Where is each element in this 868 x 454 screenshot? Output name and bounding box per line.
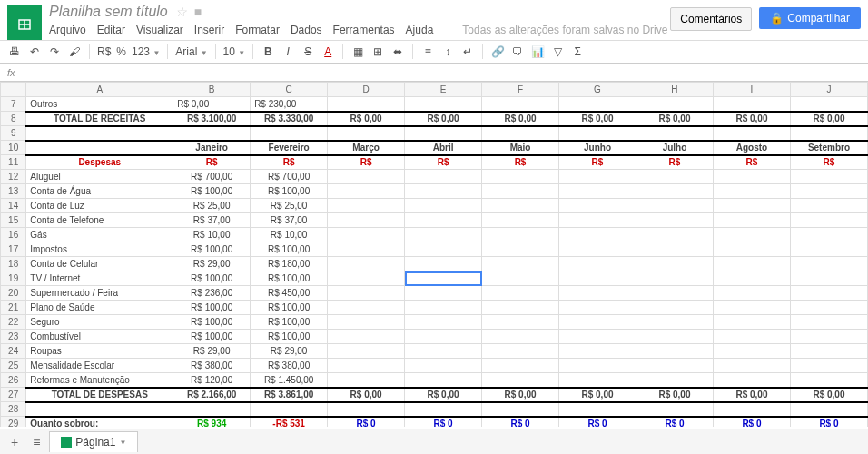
cell[interactable] bbox=[713, 242, 790, 257]
add-sheet-button[interactable]: + bbox=[5, 433, 24, 451]
cell[interactable] bbox=[328, 286, 405, 301]
cell[interactable]: Fevereiro bbox=[251, 141, 328, 155]
cell[interactable] bbox=[328, 271, 405, 286]
cell[interactable] bbox=[713, 359, 790, 373]
cell[interactable]: R$ 1.450,00 bbox=[251, 373, 328, 388]
cell[interactable]: R$ 100,00 bbox=[173, 315, 251, 330]
cell[interactable]: Supermercado / Feira bbox=[26, 286, 173, 301]
cell[interactable] bbox=[482, 373, 559, 388]
cell[interactable]: Julho bbox=[636, 141, 713, 155]
cell[interactable]: Despesas bbox=[26, 155, 173, 170]
cell[interactable] bbox=[405, 301, 482, 315]
col-header[interactable]: C bbox=[251, 83, 328, 97]
cell[interactable]: R$ 100,00 bbox=[251, 330, 328, 344]
cell[interactable] bbox=[559, 199, 636, 213]
cell[interactable] bbox=[636, 402, 713, 417]
row-header[interactable]: 21 bbox=[1, 301, 26, 315]
cell[interactable]: Conta de Telefone bbox=[26, 213, 173, 228]
cell[interactable] bbox=[559, 330, 636, 344]
menu-ferramentas[interactable]: Ferramentas bbox=[333, 24, 395, 36]
cell[interactable]: R$ 3.100,00 bbox=[173, 112, 251, 126]
cell[interactable] bbox=[405, 257, 482, 271]
menu-visualizar[interactable]: Visualizar bbox=[136, 24, 183, 36]
cell[interactable] bbox=[636, 257, 713, 271]
cell[interactable] bbox=[713, 257, 790, 271]
cell[interactable] bbox=[636, 330, 713, 344]
cell[interactable] bbox=[713, 213, 790, 228]
cell[interactable] bbox=[713, 344, 790, 359]
cell[interactable]: Junho bbox=[559, 141, 636, 155]
cell[interactable]: R$ 0,00 bbox=[405, 112, 482, 126]
cell[interactable] bbox=[790, 170, 867, 184]
cell[interactable] bbox=[790, 126, 867, 141]
cell[interactable]: R$ 100,00 bbox=[173, 330, 251, 344]
col-header[interactable]: I bbox=[713, 83, 790, 97]
row-header[interactable]: 15 bbox=[1, 213, 26, 228]
cell[interactable]: R$ 0,00 bbox=[636, 388, 713, 402]
cell[interactable]: R$ 0,00 bbox=[173, 97, 251, 112]
col-header[interactable]: B bbox=[173, 83, 251, 97]
col-header[interactable]: E bbox=[405, 83, 482, 97]
cell[interactable]: R$ 380,00 bbox=[251, 359, 328, 373]
cell[interactable]: TOTAL DE DESPESAS bbox=[26, 388, 173, 402]
text-color-icon[interactable]: A bbox=[321, 45, 335, 58]
cell[interactable] bbox=[636, 286, 713, 301]
filter-icon[interactable]: ▽ bbox=[550, 45, 565, 58]
row-header[interactable]: 23 bbox=[1, 330, 26, 344]
cell[interactable] bbox=[790, 242, 867, 257]
cell[interactable] bbox=[405, 184, 482, 199]
col-header[interactable]: G bbox=[559, 83, 636, 97]
doc-title[interactable]: Planilha sem título bbox=[49, 4, 168, 20]
cell[interactable] bbox=[790, 228, 867, 242]
cell[interactable] bbox=[405, 344, 482, 359]
cell[interactable] bbox=[636, 242, 713, 257]
formula-input[interactable] bbox=[23, 67, 861, 78]
cell[interactable] bbox=[559, 97, 636, 112]
cell[interactable] bbox=[482, 402, 559, 417]
cell[interactable] bbox=[713, 286, 790, 301]
cell[interactable] bbox=[790, 359, 867, 373]
row-header[interactable]: 10 bbox=[1, 141, 26, 155]
cell[interactable]: TOTAL DE RECEITAS bbox=[26, 112, 173, 126]
cell[interactable] bbox=[559, 373, 636, 388]
cell[interactable]: R$ 230,00 bbox=[251, 97, 328, 112]
cell[interactable]: R$ 0,00 bbox=[482, 388, 559, 402]
cell[interactable]: Janeiro bbox=[173, 141, 251, 155]
merge-icon[interactable]: ⬌ bbox=[390, 45, 405, 58]
cell[interactable]: R$ 0,00 bbox=[790, 388, 867, 402]
cell[interactable] bbox=[790, 373, 867, 388]
cell[interactable]: Gás bbox=[26, 228, 173, 242]
cell[interactable]: R$ 0,00 bbox=[328, 112, 405, 126]
cell[interactable] bbox=[405, 271, 482, 286]
cell[interactable] bbox=[636, 271, 713, 286]
cell[interactable] bbox=[790, 184, 867, 199]
cell[interactable]: R$ 10,00 bbox=[173, 228, 251, 242]
row-header[interactable]: 17 bbox=[1, 242, 26, 257]
cell[interactable] bbox=[328, 257, 405, 271]
cell[interactable]: R$ bbox=[328, 155, 405, 170]
row-header[interactable]: 12 bbox=[1, 170, 26, 184]
cell[interactable]: R$ 37,00 bbox=[251, 213, 328, 228]
cell[interactable] bbox=[790, 315, 867, 330]
cell[interactable]: R$ 0,00 bbox=[790, 112, 867, 126]
functions-icon[interactable]: Σ bbox=[570, 45, 585, 58]
cell[interactable] bbox=[713, 271, 790, 286]
row-header[interactable]: 24 bbox=[1, 344, 26, 359]
cell[interactable]: R$ 700,00 bbox=[173, 170, 251, 184]
valign-icon[interactable]: ↕ bbox=[440, 45, 455, 58]
cell[interactable]: R$ 0,00 bbox=[636, 112, 713, 126]
cell[interactable]: R$ 2.166,00 bbox=[173, 388, 251, 402]
row-header[interactable]: 13 bbox=[1, 184, 26, 199]
cell[interactable] bbox=[559, 301, 636, 315]
cell[interactable]: R$ 29,00 bbox=[173, 257, 251, 271]
cell[interactable] bbox=[405, 402, 482, 417]
cell[interactable]: R$ 0,00 bbox=[713, 388, 790, 402]
fill-color-icon[interactable]: ▦ bbox=[350, 45, 365, 58]
cell[interactable] bbox=[559, 184, 636, 199]
cell[interactable] bbox=[790, 301, 867, 315]
row-header[interactable]: 22 bbox=[1, 315, 26, 330]
cell[interactable]: R$ 0,00 bbox=[482, 112, 559, 126]
cell[interactable]: R$ 180,00 bbox=[251, 257, 328, 271]
cell[interactable] bbox=[636, 199, 713, 213]
cell[interactable] bbox=[713, 330, 790, 344]
